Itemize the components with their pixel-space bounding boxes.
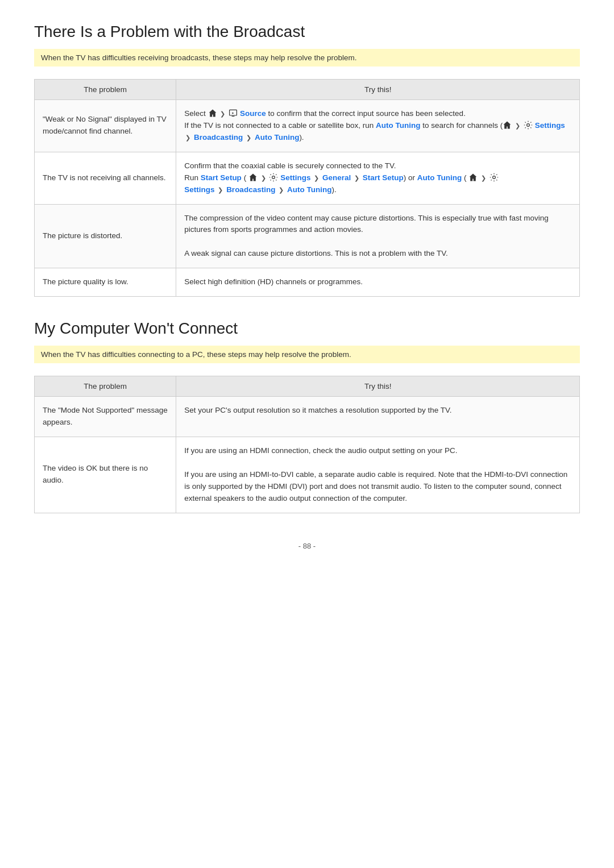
- solution-cell: Select ❯ Source to confirm that the corr…: [176, 100, 580, 152]
- broadcasting-link2: Broadcasting: [226, 185, 275, 194]
- general-link1: General: [322, 173, 351, 182]
- section1-col1-header: The problem: [35, 80, 176, 100]
- section1-table: The problem Try this! "Weak or No Signal…: [34, 79, 580, 297]
- chevron-icon5: ❯: [261, 173, 266, 183]
- auto-tuning-link1: Auto Tuning: [376, 121, 420, 130]
- problem-cell: The video is OK but there is no audio.: [35, 437, 176, 513]
- settings-link1: Settings: [535, 121, 565, 130]
- chevron-icon8: ❯: [481, 173, 486, 183]
- auto-tuning-link4: Auto Tuning: [287, 185, 331, 194]
- problem-cell: "Weak or No Signal" displayed in TV mode…: [35, 100, 176, 152]
- source-icon: [229, 109, 238, 118]
- chevron-icon: ❯: [220, 109, 225, 119]
- problem-cell: The "Mode Not Supported" message appears…: [35, 397, 176, 437]
- source-link: Source: [240, 109, 266, 118]
- section2-col1-header: The problem: [35, 376, 176, 397]
- solution-cell: If you are using an HDMI connection, che…: [176, 437, 580, 513]
- table-row: The video is OK but there is no audio. I…: [35, 437, 580, 513]
- auto-tuning-link2: Auto Tuning: [255, 133, 299, 142]
- section2-table: The problem Try this! The "Mode Not Supp…: [34, 376, 580, 513]
- chevron-icon2: ❯: [515, 121, 520, 131]
- table-row: The picture is distorted. The compressio…: [35, 204, 580, 268]
- home-icon: [208, 109, 217, 118]
- start-setup-link2: Start Setup: [363, 173, 404, 182]
- chevron-icon4: ❯: [246, 133, 251, 143]
- settings-icon1: [524, 121, 533, 130]
- problem-cell: The picture quality is low.: [35, 268, 176, 297]
- table-row: The TV is not receiving all channels. Co…: [35, 152, 580, 204]
- settings-icon2: [269, 173, 278, 182]
- start-setup-link1: Start Setup: [201, 173, 242, 182]
- chevron-icon10: ❯: [279, 185, 284, 195]
- section1-title: There Is a Problem with the Broadcast: [34, 23, 580, 41]
- section2-col2-header: Try this!: [176, 376, 580, 397]
- home-icon3: [248, 173, 258, 182]
- problem-cell: The TV is not receiving all channels.: [35, 152, 176, 204]
- solution-cell: Set your PC's output resolution so it ma…: [176, 397, 580, 437]
- chevron-icon9: ❯: [218, 185, 223, 195]
- settings-icon3: [489, 173, 499, 182]
- chevron-icon7: ❯: [354, 173, 359, 183]
- table-row: "Weak or No Signal" displayed in TV mode…: [35, 100, 580, 152]
- home-icon4: [468, 173, 478, 182]
- chevron-icon6: ❯: [314, 173, 319, 183]
- broadcasting-link1: Broadcasting: [194, 133, 243, 142]
- section2-title: My Computer Won't Connect: [34, 319, 580, 338]
- problem-cell: The picture is distorted.: [35, 204, 176, 268]
- settings-link2: Settings: [280, 173, 310, 182]
- table-row: The "Mode Not Supported" message appears…: [35, 397, 580, 437]
- chevron-icon3: ❯: [185, 133, 190, 143]
- auto-tuning-link3: Auto Tuning: [417, 173, 462, 182]
- settings-link3: Settings: [184, 185, 214, 194]
- home-icon2: [503, 121, 512, 130]
- solution-cell: Select high definition (HD) channels or …: [176, 268, 580, 297]
- section1-col2-header: Try this!: [176, 80, 580, 100]
- section2-subtitle: When the TV has difficulties connecting …: [34, 346, 580, 363]
- solution-cell: The compression of the video content may…: [176, 204, 580, 268]
- page-number: - 88 -: [34, 542, 580, 550]
- table-row: The picture quality is low. Select high …: [35, 268, 580, 297]
- section1-subtitle: When the TV has difficulties receiving b…: [34, 49, 580, 67]
- solution-cell: Confirm that the coaxial cable is secure…: [176, 152, 580, 204]
